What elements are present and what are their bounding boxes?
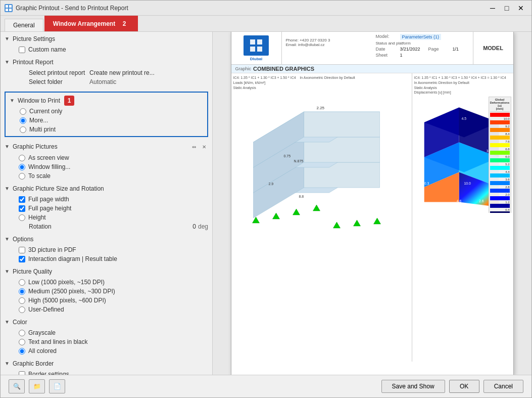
graphic-border-content: Border settings — [1, 369, 212, 375]
section-color[interactable]: ▼ Color — [1, 317, 212, 327]
svg-marker-19 — [293, 209, 300, 215]
as-screen-view-label: As screen view — [28, 154, 69, 161]
height-radio[interactable] — [19, 214, 25, 221]
deformation-view: 4.5 3.4 0.3 10.0 1.0 4.6 2.6 — [414, 97, 511, 213]
printout-report-content: Select printout report Create new printo… — [1, 67, 212, 87]
date-label: Date — [376, 47, 396, 52]
to-scale-radio[interactable] — [19, 173, 25, 180]
section-size-rotation[interactable]: ▼ Graphic Picture Size and Rotation — [1, 184, 212, 194]
3d-pdf-checkbox[interactable] — [19, 247, 25, 253]
svg-marker-23 — [373, 218, 380, 224]
grayscale-radio[interactable] — [19, 330, 25, 336]
collapse-icon-7: ▼ — [5, 269, 11, 275]
to-scale-label: To scale — [28, 172, 51, 180]
model-label: Model: — [376, 34, 396, 40]
section-picture-quality[interactable]: ▼ Picture Quality — [1, 267, 212, 277]
minimize-button[interactable]: ─ — [486, 2, 499, 15]
picture-quality-content: Low (1000 pixels, ~150 DPI) Medium (2500… — [1, 277, 212, 315]
section-window-to-print[interactable]: ▼ Window to Print 1 — [8, 95, 205, 107]
ok-button[interactable]: OK — [449, 380, 479, 393]
logo-text: Dlubal — [250, 57, 262, 61]
multi-print-radio[interactable] — [20, 126, 26, 133]
main-content: ▼ Picture Settings Custom name ▼ Printou… — [1, 32, 531, 375]
collapse-icon-5: ▼ — [5, 186, 11, 192]
text-black-row: Text and lines in black — [15, 337, 212, 346]
logo-box — [244, 35, 269, 56]
quality-low-radio[interactable] — [19, 279, 25, 286]
full-page-height-label: Full page height — [28, 205, 71, 212]
preview-area: Dlubal Phone: +420 227 0320 3 Email: inf… — [213, 32, 531, 375]
quality-user-label: User-Defined — [28, 306, 64, 313]
svg-text:0.75: 0.75 — [283, 154, 291, 158]
as-screen-view-row: As screen view — [15, 153, 212, 162]
all-colored-label: All colored — [28, 347, 57, 355]
close-button[interactable]: ✕ — [514, 2, 527, 15]
svg-rect-6 — [250, 47, 255, 52]
footer-left-icons: 🔍 📁 📄 — [9, 379, 65, 393]
all-colored-radio[interactable] — [19, 348, 25, 355]
graphic-pictures-content: As screen view Window filling... To scal… — [1, 152, 212, 182]
select-folder-row: Select folder Automatic — [15, 77, 212, 86]
meta-info: Model: ParameterSets (1) Status and plat… — [372, 32, 473, 64]
quality-high-row: High (5000 pixels, ~600 DPI) — [15, 296, 212, 305]
graphic-resize-button[interactable]: ⇔ — [190, 143, 198, 151]
border-settings-checkbox[interactable] — [19, 371, 25, 375]
height-label: Height — [28, 214, 46, 221]
maximize-button[interactable]: □ — [500, 2, 513, 15]
window-to-print-options: Current only More... Multi print — [8, 107, 205, 134]
page-value: 1/1 — [453, 47, 459, 52]
border-settings-label: Border settings — [28, 371, 69, 375]
section-graphic-pictures[interactable]: ▼ Graphic Pictures ⇔ ✕ — [1, 141, 212, 152]
more-radio[interactable] — [20, 117, 26, 124]
section-graphic-border[interactable]: ▼ Graphic Border — [1, 359, 212, 369]
full-page-width-checkbox[interactable] — [19, 196, 25, 203]
page-label: Page — [428, 47, 449, 52]
svg-marker-18 — [272, 213, 279, 219]
quality-user-radio[interactable] — [19, 306, 25, 313]
quality-low-label: Low (1000 pixels, ~150 DPI) — [28, 279, 105, 286]
full-page-height-checkbox[interactable] — [19, 205, 25, 212]
text-black-radio[interactable] — [19, 339, 25, 345]
main-window: Graphic Printout - Send to Printout Repo… — [0, 0, 532, 398]
3d-pdf-row: 3D picture in PDF — [15, 245, 212, 254]
color-content: Grayscale Text and lines in black All co… — [1, 327, 212, 357]
search-icon-button[interactable]: 🔍 — [9, 379, 25, 393]
cancel-button[interactable]: Cancel — [483, 380, 523, 393]
model-value: ParameterSets (1) — [400, 34, 442, 40]
interaction-diagram-checkbox[interactable] — [19, 256, 25, 262]
contact-info: Phone: +420 227 0320 3 Email: info@dluba… — [282, 32, 372, 64]
svg-rect-1 — [9, 5, 12, 8]
quality-medium-label: Medium (2500 pixels, ~300 DPI) — [28, 288, 115, 295]
3d-pdf-label: 3D picture in PDF — [28, 246, 76, 253]
interaction-diagram-label: Interaction diagram | Result table — [28, 255, 117, 262]
svg-marker-22 — [353, 220, 360, 226]
right-panel: Dlubal Phone: +420 227 0320 3 Email: inf… — [213, 32, 531, 375]
quality-high-radio[interactable] — [19, 297, 25, 304]
app-icon — [5, 4, 13, 12]
tab-general[interactable]: General — [5, 19, 43, 31]
save-and-show-button[interactable]: Save and Show — [381, 380, 445, 393]
as-screen-view-radio[interactable] — [19, 155, 25, 161]
window-filling-radio[interactable] — [19, 164, 25, 170]
select-printout-row: Select printout report Create new printo… — [15, 68, 212, 77]
tab-window-arrangement[interactable]: Window Arrangement 2 — [44, 16, 138, 31]
multi-print-row: Multi print — [16, 125, 205, 134]
graphic-close-button[interactable]: ✕ — [200, 143, 208, 151]
current-only-radio[interactable] — [20, 108, 26, 115]
window-to-print-badge: 1 — [64, 96, 74, 106]
window-filling-label: Window filling... — [28, 163, 70, 170]
section-picture-settings[interactable]: ▼ Picture Settings — [1, 34, 212, 44]
section-options[interactable]: ▼ Options — [1, 234, 212, 244]
folder-icon-button[interactable]: 📁 — [29, 379, 45, 393]
graphic-title: COMBINED GRAPHICS — [253, 66, 314, 72]
page-preview: Dlubal Phone: +420 227 0320 3 Email: inf… — [231, 32, 514, 375]
section-printout-report[interactable]: ▼ Printout Report — [1, 57, 212, 67]
structure-drawing: 2.25 0.75 N.875 2.9 8.8 — [233, 92, 410, 269]
quality-medium-radio[interactable] — [19, 288, 25, 295]
custom-name-checkbox[interactable] — [19, 47, 25, 53]
file-icon-button[interactable]: 📄 — [49, 379, 65, 393]
interaction-diagram-row: Interaction diagram | Result table — [15, 254, 212, 263]
graphic-pictures-icons: ⇔ ✕ — [190, 143, 208, 151]
collapse-icon-6: ▼ — [5, 236, 11, 242]
legend: GlobalDeformations[u][mm] 10.0 9.2 8.4 7… — [489, 97, 511, 213]
